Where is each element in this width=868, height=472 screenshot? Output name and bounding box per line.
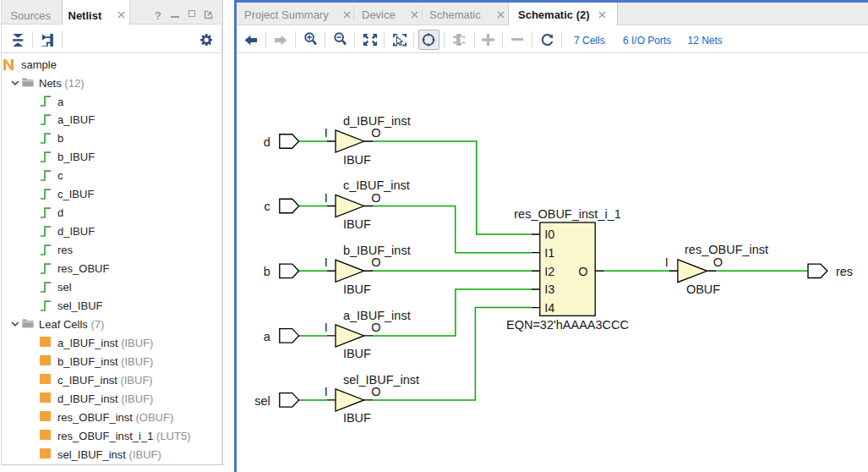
svg-text:c_IBUF_inst: c_IBUF_inst	[343, 178, 410, 192]
svg-text:IBUF: IBUF	[343, 347, 371, 360]
svg-text:d: d	[264, 135, 270, 149]
svg-text:I2: I2	[544, 265, 554, 278]
svg-text:I: I	[665, 255, 669, 269]
svg-text:O: O	[371, 321, 380, 334]
svg-text:O: O	[371, 385, 380, 398]
svg-text:I4: I4	[544, 301, 554, 315]
svg-text:O: O	[371, 255, 380, 269]
svg-text:IBUF: IBUF	[343, 153, 371, 167]
svg-text:I: I	[325, 191, 328, 205]
svg-text:d_IBUF_inst: d_IBUF_inst	[343, 114, 411, 128]
svg-text:O: O	[713, 255, 723, 269]
svg-text:I: I	[325, 126, 328, 140]
svg-text:EQN=32'hAAAA3CCC: EQN=32'hAAAA3CCC	[506, 318, 629, 332]
svg-text:a_IBUF_inst: a_IBUF_inst	[343, 309, 411, 322]
svg-text:res_OBUF_inst: res_OBUF_inst	[685, 243, 768, 256]
svg-text:I: I	[325, 385, 328, 398]
svg-text:c: c	[265, 200, 270, 213]
svg-text:I: I	[325, 321, 328, 334]
svg-text:b: b	[264, 265, 270, 278]
svg-text:sel: sel	[254, 394, 270, 408]
svg-text:a: a	[264, 330, 271, 343]
svg-text:O: O	[371, 191, 380, 205]
svg-text:IBUF: IBUF	[343, 283, 371, 296]
svg-text:IBUF: IBUF	[343, 411, 371, 425]
svg-text:OBUF: OBUF	[686, 283, 720, 296]
svg-text:IBUF: IBUF	[343, 217, 371, 231]
svg-text:O: O	[578, 265, 587, 278]
svg-text:sel_IBUF_inst: sel_IBUF_inst	[343, 373, 419, 387]
svg-text:O: O	[371, 126, 380, 140]
svg-text:I0: I0	[544, 228, 554, 241]
svg-text:res: res	[836, 265, 853, 278]
svg-text:I1: I1	[544, 246, 554, 260]
svg-text:res_OBUF_inst_i_1: res_OBUF_inst_i_1	[514, 207, 621, 221]
svg-text:I3: I3	[544, 283, 554, 296]
svg-text:I: I	[325, 255, 328, 269]
svg-text:b_IBUF_inst: b_IBUF_inst	[343, 244, 411, 257]
